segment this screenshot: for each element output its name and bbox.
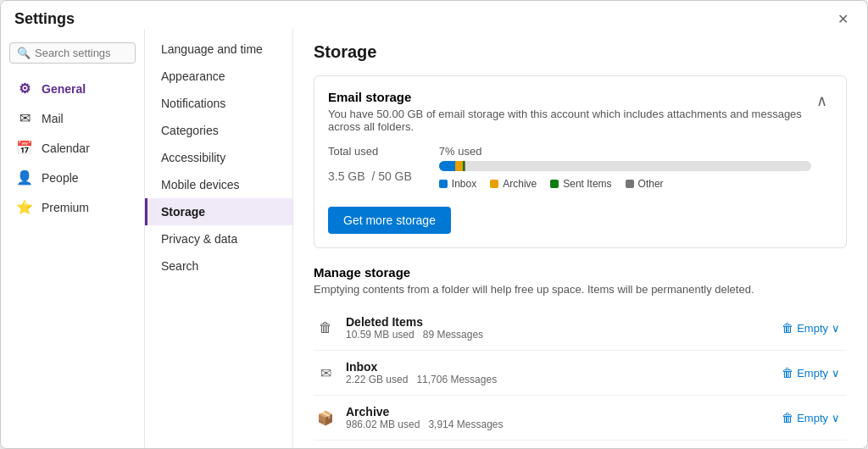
people-icon: 👤 — [16, 169, 33, 186]
dropdown-chevron: ∨ — [832, 322, 840, 335]
trash-icon-inbox: 🗑 — [782, 366, 793, 380]
sidebar-item-mail[interactable]: ✉ Mail — [4, 104, 141, 132]
nav-language[interactable]: Language and time — [145, 36, 292, 63]
archive-used: 986.02 MB used — [346, 419, 420, 430]
total-used-value: 3.5 GB / 50 GB — [328, 159, 412, 186]
sidebar-item-calendar[interactable]: 📅 Calendar — [4, 134, 141, 162]
folder-meta-inbox: 2.22 GB used 11,706 Messages — [346, 374, 775, 385]
folder-row-deleted: 🗑 Deleted Items 10.59 MB used 89 Message… — [314, 306, 847, 351]
nav-categories[interactable]: Categories — [145, 117, 292, 144]
sidebar-item-premium[interactable]: ⭐ Premium — [4, 193, 141, 221]
inbox-msgs: 11,706 Messages — [416, 374, 497, 385]
legend-dot-inbox — [439, 180, 448, 188]
empty-archive-button[interactable]: 🗑 Empty ∨ — [775, 407, 847, 428]
sidebar: 🔍 ⚙ General ✉ Mail 📅 Calendar 👤 People ⭐ — [1, 29, 145, 448]
total-used-gb: 3.5 GB — [328, 169, 365, 183]
progress-bar — [439, 161, 811, 171]
dropdown-chevron-inbox: ∨ — [832, 367, 840, 380]
folder-name-deleted: Deleted Items — [346, 315, 775, 329]
manage-title: Manage storage — [314, 265, 847, 280]
legend-archive: Archive — [490, 178, 537, 190]
nav-privacy[interactable]: Privacy & data — [145, 225, 292, 252]
calendar-icon: 📅 — [16, 140, 33, 156]
legend-dot-sent — [550, 180, 559, 188]
sidebar-label-calendar: Calendar — [42, 141, 90, 155]
percent-label: 7% used — [439, 145, 811, 158]
sidebar-item-general[interactable]: ⚙ General — [4, 75, 141, 103]
settings-nav: Language and time Appearance Notificatio… — [145, 29, 293, 448]
main-content: Storage Email storage You have 50.00 GB … — [293, 29, 867, 448]
main-layout: 🔍 ⚙ General ✉ Mail 📅 Calendar 👤 People ⭐ — [1, 29, 867, 448]
premium-icon: ⭐ — [16, 199, 33, 215]
legend-label-sent: Sent Items — [563, 178, 611, 190]
gear-icon: ⚙ — [16, 80, 33, 97]
folder-info-inbox: Inbox 2.22 GB used 11,706 Messages — [346, 360, 775, 385]
search-box[interactable]: 🔍 — [9, 42, 136, 64]
folder-row-archive: 📦 Archive 986.02 MB used 3,914 Messages … — [314, 396, 847, 441]
deleted-icon: 🗑 — [314, 320, 337, 335]
get-more-storage-button[interactable]: Get more storage — [328, 207, 451, 234]
close-button[interactable]: ✕ — [832, 9, 854, 29]
email-storage-title: Email storage — [328, 90, 811, 104]
inbox-icon: ✉ — [314, 365, 337, 381]
search-input[interactable] — [35, 47, 128, 59]
legend-other: Other — [626, 178, 664, 190]
legend-inbox: Inbox — [439, 178, 476, 190]
collapse-button[interactable]: ∧ — [811, 90, 832, 112]
folder-row-sent: ➤ Sent Items 246.30 MB used 639 Messages… — [314, 441, 847, 448]
legend-dot-archive — [490, 180, 498, 188]
nav-appearance[interactable]: Appearance — [145, 63, 292, 90]
empty-inbox-button[interactable]: 🗑 Empty ∨ — [775, 363, 847, 383]
nav-search[interactable]: Search — [145, 252, 292, 280]
email-storage-card: Email storage You have 50.00 GB of email… — [314, 75, 847, 248]
folder-meta-deleted: 10.59 MB used 89 Messages — [346, 329, 775, 341]
trash-icon-archive: 🗑 — [782, 411, 793, 424]
manage-desc: Emptying contents from a folder will hel… — [314, 283, 847, 296]
legend: Inbox Archive Sent Items — [439, 178, 811, 190]
folder-meta-archive: 986.02 MB used 3,914 Messages — [346, 419, 775, 430]
inbox-used: 2.22 GB used — [346, 374, 408, 385]
empty-deleted-button[interactable]: 🗑 Empty ∨ — [775, 318, 847, 338]
nav-accessibility[interactable]: Accessibility — [145, 144, 292, 171]
settings-window: Settings ✕ 🔍 ⚙ General ✉ Mail 📅 Calendar — [0, 0, 868, 449]
sidebar-item-people[interactable]: 👤 People — [4, 164, 141, 191]
nav-storage[interactable]: Storage — [145, 198, 292, 225]
manage-storage-section: Manage storage Emptying contents from a … — [314, 265, 847, 448]
progress-archive — [455, 161, 462, 171]
trash-icon: 🗑 — [782, 321, 793, 335]
dropdown-chevron-archive: ∨ — [832, 412, 840, 424]
legend-label-archive: Archive — [503, 178, 537, 190]
archive-msgs: 3,914 Messages — [428, 419, 503, 430]
nav-mobile[interactable]: Mobile devices — [145, 171, 292, 198]
titlebar: Settings ✕ — [1, 1, 867, 29]
folder-info-archive: Archive 986.02 MB used 3,914 Messages — [346, 405, 775, 430]
legend-sent: Sent Items — [550, 178, 611, 190]
search-icon: 🔍 — [17, 47, 31, 59]
progress-other — [465, 161, 465, 171]
deleted-msgs: 89 Messages — [423, 329, 483, 341]
sidebar-label-people: People — [42, 171, 79, 185]
sidebar-label-premium: Premium — [42, 201, 89, 214]
legend-dot-other — [626, 180, 634, 188]
archive-icon: 📦 — [314, 410, 337, 426]
legend-label-inbox: Inbox — [452, 178, 476, 190]
percent-section: 7% used Inbox — [439, 145, 811, 190]
sidebar-label-general: General — [42, 82, 86, 96]
nav-notifications[interactable]: Notifications — [145, 90, 292, 117]
total-used-suffix: / 50 GB — [371, 169, 411, 183]
sidebar-label-mail: Mail — [42, 112, 64, 125]
page-title: Storage — [314, 42, 847, 62]
progress-inbox — [439, 161, 455, 171]
window-title: Settings — [14, 10, 75, 28]
deleted-used: 10.59 MB used — [346, 329, 415, 341]
total-used-label: Total used — [328, 145, 412, 158]
folder-name-inbox: Inbox — [346, 360, 775, 374]
email-storage-desc: You have 50.00 GB of email storage with … — [328, 108, 811, 133]
total-used-block: Total used 3.5 GB / 50 GB — [328, 145, 412, 186]
email-storage-info: Email storage You have 50.00 GB of email… — [328, 90, 811, 234]
folder-name-archive: Archive — [346, 405, 775, 419]
empty-label: Empty — [797, 322, 828, 335]
empty-label-archive: Empty — [797, 412, 828, 424]
legend-label-other: Other — [638, 178, 664, 190]
folder-row-inbox: ✉ Inbox 2.22 GB used 11,706 Messages 🗑 E… — [314, 351, 847, 396]
